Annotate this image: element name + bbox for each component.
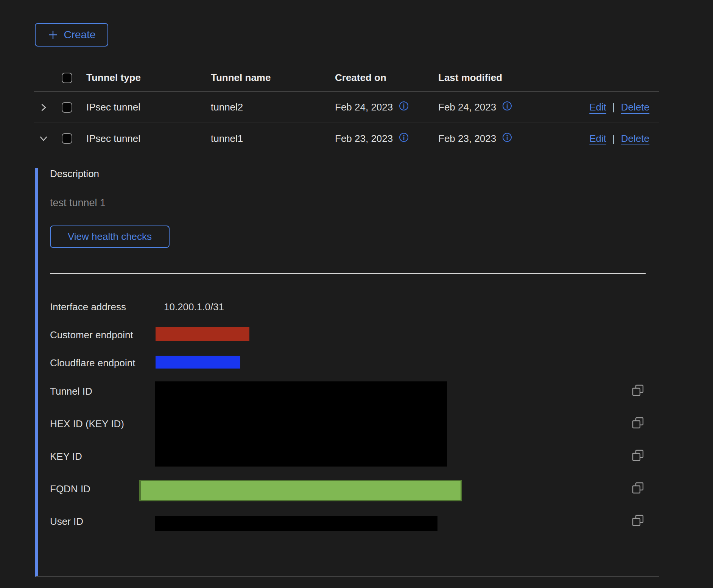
copy-tunnel-id-button[interactable] <box>631 384 645 397</box>
col-last-modified: Last modified <box>438 72 583 84</box>
fqdn-id-label: FQDN ID <box>50 483 90 495</box>
copy-icon <box>631 416 645 430</box>
table-row: IPsec tunnel tunnel2 Feb 24, 2023 Feb 24… <box>34 92 659 123</box>
hex-id-label: HEX ID (KEY ID) <box>50 418 124 430</box>
tunnel-type-cell: IPsec tunnel <box>86 101 211 113</box>
col-tunnel-type: Tunnel type <box>86 72 211 84</box>
tunnel-details: Interface address 10.200.1.0/31 Customer… <box>50 274 660 560</box>
collapse-row-control[interactable] <box>34 134 62 143</box>
cloudflare-endpoint-label: Cloudflare endpoint <box>50 357 135 369</box>
col-created-on: Created on <box>335 72 438 84</box>
info-icon[interactable] <box>502 101 512 114</box>
ids-redacted-value <box>155 381 447 467</box>
tunnel-id-label: Tunnel ID <box>50 386 92 397</box>
create-button[interactable]: Create <box>35 23 108 47</box>
info-icon[interactable] <box>502 132 512 145</box>
row-checkbox[interactable] <box>62 133 72 144</box>
actions-separator: | <box>612 133 615 145</box>
plus-icon <box>47 29 59 40</box>
copy-fqdn-id-button[interactable] <box>631 481 645 495</box>
key-id-label: KEY ID <box>50 451 82 462</box>
customer-endpoint-redacted-value <box>156 327 249 341</box>
cloudflare-endpoint-redacted-value <box>156 356 240 369</box>
info-icon[interactable] <box>399 101 409 114</box>
tunnel-name-cell: tunnel1 <box>211 133 335 145</box>
table-row: IPsec tunnel tunnel1 Feb 23, 2023 Feb 23… <box>34 123 659 154</box>
info-icon[interactable] <box>399 132 409 145</box>
edit-link[interactable]: Edit <box>589 133 606 145</box>
last-modified-cell: Feb 23, 2023 <box>438 133 496 145</box>
customer-endpoint-label: Customer endpoint <box>50 329 133 341</box>
create-button-label: Create <box>64 29 95 41</box>
tunnel-type-cell: IPsec tunnel <box>86 133 211 145</box>
user-id-label: User ID <box>50 516 83 527</box>
copy-icon <box>631 514 645 527</box>
copy-hex-id-button[interactable] <box>631 416 645 430</box>
tunnel-name-cell: tunnel2 <box>211 101 335 113</box>
expand-row-control[interactable] <box>34 103 62 112</box>
table-header: Tunnel type Tunnel name Created on Last … <box>34 64 659 92</box>
row-checkbox[interactable] <box>62 102 72 113</box>
copy-icon <box>631 384 645 397</box>
chevron-right-icon[interactable] <box>39 103 48 112</box>
interface-address-value: 10.200.1.0/31 <box>164 301 224 313</box>
copy-icon <box>631 481 645 495</box>
user-id-redacted-value <box>155 516 437 531</box>
view-health-checks-button[interactable]: View health checks <box>50 226 170 248</box>
edit-link[interactable]: Edit <box>589 101 606 113</box>
created-on-cell: Feb 23, 2023 <box>335 133 393 145</box>
copy-key-id-button[interactable] <box>631 449 645 462</box>
created-on-cell: Feb 24, 2023 <box>335 101 393 113</box>
tunnels-page: Create Tunnel type Tunnel name Created o… <box>0 0 713 588</box>
expanded-row-panel: Description test tunnel 1 View health ch… <box>35 168 659 577</box>
description-value: test tunnel 1 <box>50 197 659 209</box>
actions-separator: | <box>612 101 615 113</box>
chevron-down-icon[interactable] <box>39 134 48 143</box>
col-tunnel-name: Tunnel name <box>211 72 335 84</box>
interface-address-label: Interface address <box>50 301 126 313</box>
copy-icon <box>631 449 645 462</box>
fqdn-id-redacted-value <box>139 480 462 501</box>
delete-link[interactable]: Delete <box>621 101 649 113</box>
tunnels-table: Tunnel type Tunnel name Created on Last … <box>34 64 659 577</box>
copy-user-id-button[interactable] <box>631 514 645 527</box>
last-modified-cell: Feb 24, 2023 <box>438 101 496 113</box>
select-all-checkbox[interactable] <box>62 73 72 83</box>
description-label: Description <box>50 168 659 180</box>
delete-link[interactable]: Delete <box>621 133 649 145</box>
